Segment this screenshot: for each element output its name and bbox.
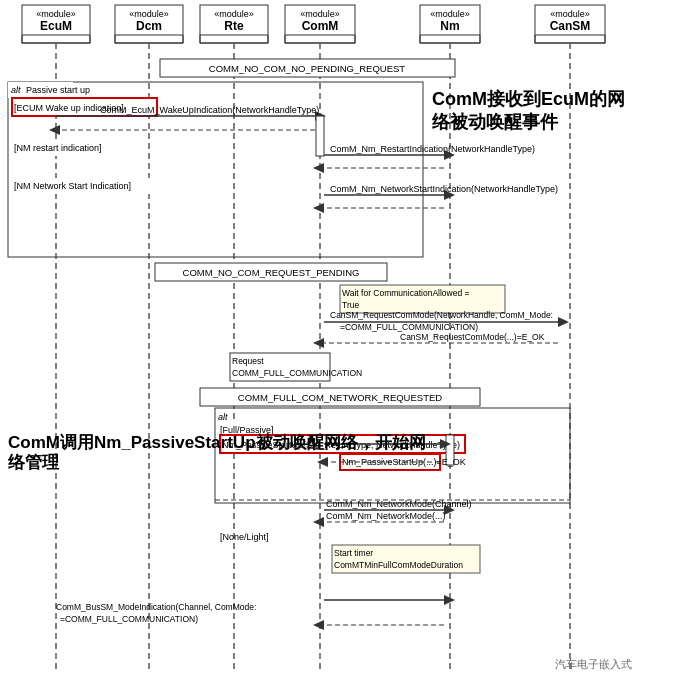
svg-text:汽车电子嵌入式: 汽车电子嵌入式 — [555, 658, 632, 670]
svg-rect-59 — [316, 116, 324, 156]
svg-text:ComM_Nm_NetworkStartIndication: ComM_Nm_NetworkStartIndication(NetworkHa… — [330, 184, 558, 194]
svg-rect-54 — [12, 98, 157, 116]
svg-text:CanSM_RequestComMode(NetworkHa: CanSM_RequestComMode(NetworkHandle, ComM… — [330, 310, 553, 320]
svg-marker-86 — [313, 338, 324, 348]
svg-text:Start timer: Start timer — [334, 548, 373, 558]
svg-text:«module»: «module» — [36, 9, 76, 19]
svg-rect-99 — [446, 435, 454, 465]
svg-text:Nm: Nm — [440, 19, 459, 33]
svg-rect-78 — [340, 285, 505, 313]
svg-rect-50 — [8, 82, 423, 257]
svg-text:«module»: «module» — [300, 9, 340, 19]
svg-rect-28 — [420, 5, 480, 43]
svg-text:CanSM: CanSM — [550, 19, 591, 33]
svg-text:[ECUM Wake up indication]: [ECUM Wake up indication] — [14, 103, 124, 113]
svg-rect-0 — [22, 5, 90, 43]
svg-marker-105 — [317, 457, 328, 467]
svg-text:COMM_NO_COM_REQUEST_PENDING: COMM_NO_COM_REQUEST_PENDING — [183, 267, 360, 278]
svg-text:Dcm: Dcm — [136, 19, 162, 33]
svg-text:=COMM_FULL_COMMUNICATION): =COMM_FULL_COMMUNICATION) — [340, 322, 478, 332]
svg-marker-101 — [440, 439, 451, 449]
svg-marker-118 — [444, 595, 455, 605]
svg-rect-95 — [218, 422, 288, 438]
svg-text:ComM_BusSM_ModeIndication(Chan: ComM_BusSM_ModeIndication(Channel, ComMo… — [56, 602, 256, 612]
svg-rect-62 — [12, 140, 130, 156]
svg-text:«module»: «module» — [129, 9, 169, 19]
svg-text:Passive start up: Passive start up — [26, 85, 90, 95]
svg-rect-51 — [8, 82, 73, 98]
svg-text:COMM_FULL_COMMUNICATION: COMM_FULL_COMMUNICATION — [232, 368, 362, 378]
diagram-container: «module» EcuM «module» Dcm «module» Rte … — [0, 0, 692, 679]
svg-rect-97 — [220, 435, 465, 453]
svg-text:COMM_FULL_COM_NETWORK_REQUESTE: COMM_FULL_COM_NETWORK_REQUESTED — [238, 392, 442, 403]
svg-rect-88 — [230, 353, 330, 381]
svg-rect-7 — [115, 5, 183, 43]
svg-text:Nm_PassiveStartUp(Std_ReturnTy: Nm_PassiveStartUp(Std_ReturnType, Networ… — [222, 440, 460, 450]
svg-text:CanSM_RequestComMode(...)=E_OK: CanSM_RequestComMode(...)=E_OK — [400, 332, 545, 342]
svg-marker-72 — [444, 190, 455, 200]
svg-text:EcuM: EcuM — [40, 19, 72, 33]
svg-marker-68 — [313, 163, 324, 173]
svg-text:[NM restart indication]: [NM restart indication] — [14, 143, 102, 153]
svg-text:Request: Request — [232, 356, 264, 366]
svg-text:ComM调用Nm_PassiveStartUp被动唤醒网络，: ComM调用Nm_PassiveStartUp被动唤醒网络，开始网 — [8, 433, 426, 452]
svg-text:=COMM_FULL_COMMUNICATION): =COMM_FULL_COMMUNICATION) — [60, 614, 198, 624]
svg-rect-35 — [535, 5, 605, 43]
svg-text:Nm_PassiveStartUp(...)=E_OK: Nm_PassiveStartUp(...)=E_OK — [342, 457, 466, 467]
svg-rect-114 — [332, 545, 480, 573]
svg-text:络管理: 络管理 — [8, 453, 60, 472]
svg-marker-75 — [313, 203, 324, 213]
svg-text:ComM_EcuM_WakeUpIndication(Net: ComM_EcuM_WakeUpIndication(NetworkHandle… — [100, 105, 319, 115]
svg-text:COMM_NO_COM_NO_PENDING_REQUEST: COMM_NO_COM_NO_PENDING_REQUEST — [209, 63, 406, 74]
svg-rect-14 — [200, 5, 268, 43]
svg-text:«module»: «module» — [214, 9, 254, 19]
svg-rect-69 — [12, 178, 160, 194]
svg-text:ComM_Nm_NetworkMode(Channel): ComM_Nm_NetworkMode(Channel) — [326, 499, 472, 509]
svg-text:络被动唤醒事件: 络被动唤醒事件 — [432, 112, 559, 132]
svg-rect-76 — [155, 263, 387, 281]
svg-text:ComM_Nm_RestartIndication(Netw: ComM_Nm_RestartIndication(NetworkHandleT… — [330, 144, 535, 154]
svg-text:[NM Network Start Indication]: [NM Network Start Indication] — [14, 181, 131, 191]
diagram-svg: «module» EcuM «module» Dcm «module» Rte … — [0, 0, 692, 679]
svg-text:[None/Light]: [None/Light] — [220, 532, 269, 542]
svg-text:«module»: «module» — [430, 9, 470, 19]
svg-marker-110 — [313, 517, 324, 527]
svg-text:alt: alt — [11, 85, 21, 95]
svg-text:ComMTMinFullComModeDuration: ComMTMinFullComModeDuration — [334, 560, 463, 570]
svg-rect-91 — [200, 388, 480, 406]
svg-marker-82 — [558, 317, 569, 327]
svg-rect-102 — [340, 454, 440, 470]
svg-marker-107 — [444, 505, 455, 515]
svg-rect-21 — [285, 5, 355, 43]
svg-text:ComM_Nm_NetworkMode(...): ComM_Nm_NetworkMode(...) — [326, 511, 446, 521]
svg-text:Rte: Rte — [224, 19, 244, 33]
svg-marker-57 — [315, 111, 326, 121]
svg-text:ComM: ComM — [302, 19, 339, 33]
svg-rect-93 — [215, 408, 570, 503]
svg-marker-61 — [49, 125, 60, 135]
svg-text:alt: alt — [218, 412, 228, 422]
svg-marker-65 — [444, 150, 455, 160]
svg-text:[Full/Passive]: [Full/Passive] — [220, 425, 274, 435]
svg-marker-122 — [313, 620, 324, 630]
svg-text:ComM接收到EcuM的网: ComM接收到EcuM的网 — [432, 89, 625, 109]
svg-text:Wait for CommunicationAllowed : Wait for CommunicationAllowed = — [342, 288, 470, 298]
svg-text:True: True — [342, 300, 359, 310]
svg-text:«module»: «module» — [550, 9, 590, 19]
svg-rect-48 — [160, 59, 455, 77]
